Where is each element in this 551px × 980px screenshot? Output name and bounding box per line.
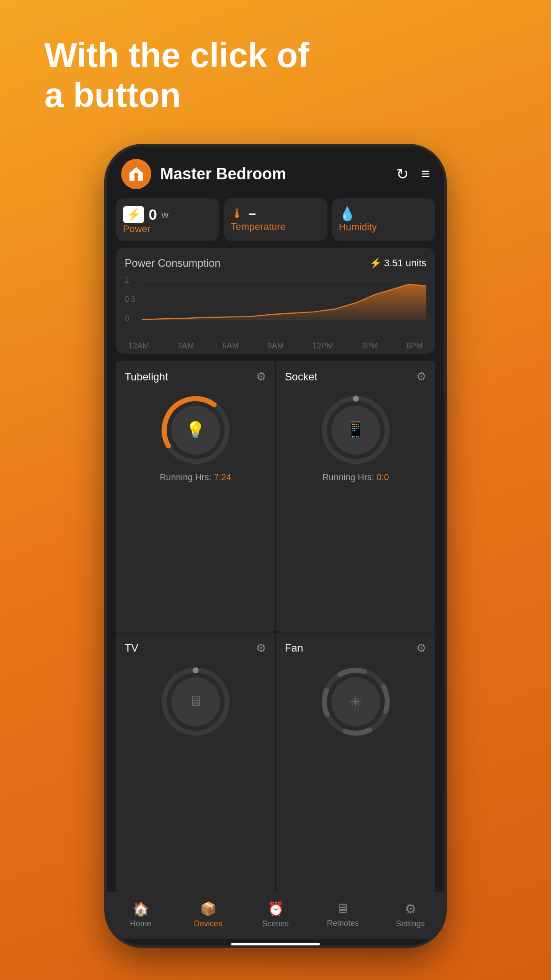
fan-icon: ✳ (350, 693, 362, 710)
stats-row: ⚡ 0 w Power 🌡 – Temperature (116, 198, 435, 241)
chart-units-value: 3.51 units (384, 257, 426, 269)
tv-gear-icon[interactable]: ⚙ (256, 641, 266, 655)
fan-knob-container[interactable]: ✳ (285, 664, 426, 739)
svg-text:0: 0 (125, 314, 129, 323)
power-value: 0 (149, 206, 157, 223)
chart-x-12am: 12AM (128, 341, 149, 351)
scenes-nav-icon: ⏰ (268, 901, 284, 917)
room-title: Master Bedroom (160, 165, 396, 183)
scenes-nav-label: Scenes (262, 919, 289, 929)
settings-nav-label: Settings (396, 919, 425, 929)
nav-item-settings[interactable]: ⚙ Settings (377, 901, 444, 929)
devices-nav-icon: 📦 (200, 901, 216, 917)
nav-item-home[interactable]: 🏠 Home (107, 901, 174, 929)
app-logo (121, 159, 151, 189)
phone-frame: Master Bedroom ↻ ≡ ⚡ 0 w P (107, 146, 444, 945)
temp-value: – (248, 206, 256, 221)
svg-point-12 (353, 396, 358, 402)
tv-knob[interactable]: 🖥 (158, 664, 233, 739)
headline-line1: With the click of (44, 36, 309, 75)
chart-x-6pm: 6PM (406, 341, 423, 351)
svg-text:1: 1 (125, 276, 129, 285)
stat-card-power[interactable]: ⚡ 0 w Power (116, 198, 219, 241)
home-logo-icon (128, 166, 145, 182)
chart-units: ⚡ 3.51 units (370, 257, 426, 269)
chart-x-3pm: 3PM (362, 341, 378, 351)
humidity-label: Humidity (339, 221, 377, 233)
chart-bolt-icon: ⚡ (370, 257, 382, 269)
remotes-nav-icon: 🖥 (336, 901, 350, 916)
tubelight-knob[interactable]: 💡 (158, 392, 233, 468)
tv-knob-container[interactable]: 🖥 (125, 664, 266, 739)
svg-point-1 (134, 173, 138, 177)
fan-gear-icon[interactable]: ⚙ (416, 641, 426, 655)
chart-svg: 1 0.5 0 (125, 276, 426, 338)
tubelight-running-hrs: Running Hrs: 7:24 (125, 472, 266, 482)
socket-knob-container[interactable]: 📱 (285, 392, 426, 468)
socket-knob[interactable]: 📱 (318, 392, 394, 468)
headline-line2: a button (44, 75, 181, 115)
tubelight-gear-icon[interactable]: ⚙ (256, 370, 266, 383)
device-card-tv[interactable]: TV ⚙ 🖥 (116, 632, 275, 893)
tv-name: TV (125, 642, 138, 654)
chart-x-6am: 6AM (222, 341, 239, 351)
devices-grid: Tubelight ⚙ 💡 (116, 361, 435, 893)
nav-item-scenes[interactable]: ⏰ Scenes (242, 901, 309, 929)
devices-nav-label: Devices (194, 919, 222, 929)
power-unit: w (161, 209, 169, 221)
socket-icon: 📱 (346, 421, 366, 439)
svg-marker-8 (142, 284, 426, 320)
svg-point-14 (193, 667, 198, 673)
home-nav-icon: 🏠 (133, 901, 149, 917)
fan-name: Fan (285, 642, 303, 654)
tubelight-icon: 💡 (185, 421, 205, 439)
socket-name: Socket (285, 371, 317, 383)
headline: With the click of a button (44, 36, 507, 115)
tubelight-hrs-value: 7:24 (214, 472, 231, 482)
temp-icon: 🌡 (231, 206, 244, 221)
tv-icon: 🖥 (189, 693, 203, 710)
svg-text:0.5: 0.5 (125, 295, 135, 304)
power-label: Power (123, 223, 150, 235)
chart-title: Power Consumption (125, 257, 220, 269)
power-bolt-icon: ⚡ (126, 208, 141, 221)
chart-x-9am: 9AM (267, 341, 283, 351)
socket-running-hrs: Running Hrs: 0:0 (285, 472, 426, 482)
bottom-nav: 🏠 Home 📦 Devices ⏰ Scenes 🖥 Remotes ⚙ (107, 893, 444, 939)
chart-card: Power Consumption ⚡ 3.51 units 1 0.5 (116, 248, 435, 354)
remotes-nav-label: Remotes (327, 919, 359, 928)
home-nav-label: Home (130, 919, 151, 929)
stat-card-humidity[interactable]: 💧 Humidity (332, 198, 435, 241)
phone-screen: Master Bedroom ↻ ≡ ⚡ 0 w P (107, 146, 444, 945)
device-card-tubelight[interactable]: Tubelight ⚙ 💡 (116, 361, 275, 632)
menu-icon[interactable]: ≡ (421, 165, 430, 183)
socket-hrs-value: 0:0 (377, 472, 389, 482)
chart-x-12pm: 12PM (312, 341, 333, 351)
home-indicator (231, 943, 320, 945)
nav-item-devices[interactable]: 📦 Devices (174, 901, 242, 929)
humidity-icon: 💧 (339, 206, 355, 221)
socket-gear-icon[interactable]: ⚙ (416, 370, 426, 383)
refresh-icon[interactable]: ↻ (396, 165, 409, 183)
tubelight-knob-container[interactable]: 💡 (125, 392, 266, 468)
device-card-socket[interactable]: Socket ⚙ 📱 (276, 361, 435, 632)
top-bar: Master Bedroom ↻ ≡ (107, 146, 444, 198)
chart-x-3am: 3AM (177, 341, 194, 351)
tubelight-name: Tubelight (125, 371, 168, 383)
chart-area: 1 0.5 0 12AM (125, 276, 426, 347)
chart-x-labels: 12AM 3AM 6AM 9AM 12PM 3PM 6PM (125, 341, 426, 351)
fan-knob[interactable]: ✳ (318, 664, 394, 739)
stat-card-temperature[interactable]: 🌡 – Temperature (224, 198, 327, 241)
chart-header: Power Consumption ⚡ 3.51 units (125, 257, 426, 269)
outer-wrapper: With the click of a button Master Bedroo… (0, 0, 551, 980)
device-card-fan[interactable]: Fan ⚙ ✳ (276, 632, 435, 893)
settings-nav-icon: ⚙ (405, 901, 417, 917)
nav-item-remotes[interactable]: 🖥 Remotes (309, 901, 377, 929)
top-icons: ↻ ≡ (396, 165, 430, 183)
temp-label: Temperature (231, 221, 286, 233)
